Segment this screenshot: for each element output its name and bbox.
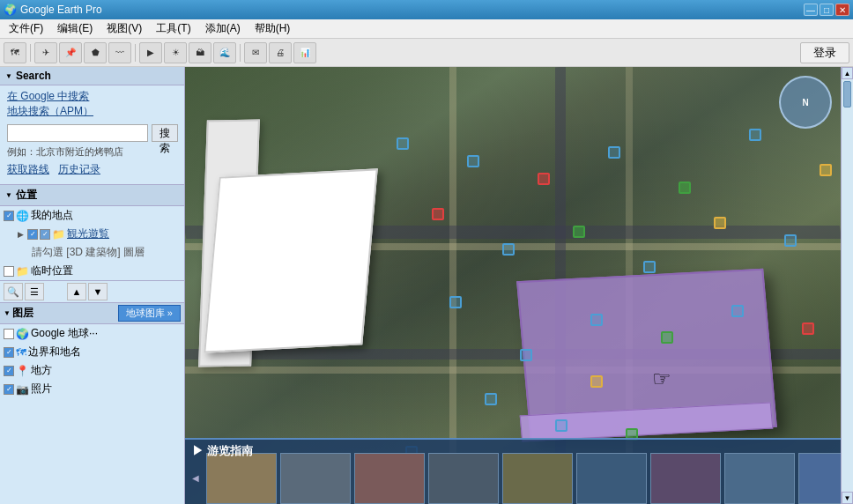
- search-input[interactable]: [7, 124, 148, 142]
- temp-places-item[interactable]: 📁 临时位置: [0, 262, 184, 280]
- compass[interactable]: N: [779, 76, 832, 129]
- tourist-checkbox[interactable]: ✓: [27, 229, 38, 240]
- position-triangle-icon: ▼: [5, 191, 12, 199]
- tour-thumb-2[interactable]: [280, 453, 351, 504]
- search-example: 例如：北京市附近的烤鸭店: [0, 145, 184, 160]
- layer-places-checkbox[interactable]: ✓: [4, 366, 14, 376]
- google-search-link[interactable]: 在 Google 中搜索: [7, 89, 89, 104]
- menu-edit[interactable]: 编辑(E): [52, 19, 98, 38]
- scroll-up-button[interactable]: ▲: [842, 67, 853, 79]
- app-icon: 🌍: [4, 4, 17, 16]
- scroll-thumb[interactable]: [843, 81, 851, 107]
- temp-folder-icon: 📁: [16, 265, 29, 278]
- tour-thumb-6[interactable]: [576, 453, 647, 504]
- up-button[interactable]: ▲: [67, 283, 86, 300]
- layer-places-icon: 📍: [16, 365, 29, 377]
- map-area[interactable]: N ☞ ▶ 游览指南 ◀: [185, 67, 841, 504]
- position-header[interactable]: ▼ 位置: [0, 185, 184, 206]
- position-title: 位置: [16, 188, 37, 203]
- toolbar-chart-icon[interactable]: 📊: [293, 42, 316, 63]
- toolbar-play-icon[interactable]: ▶: [139, 42, 162, 63]
- menu-view[interactable]: 视图(V): [101, 19, 147, 38]
- search-small-button[interactable]: 🔍: [4, 283, 23, 300]
- building-white: [204, 168, 377, 352]
- search-triangle-icon: ▼: [5, 72, 12, 80]
- toolbar-sep1: [30, 44, 31, 62]
- toolbar-email-icon[interactable]: ✉: [244, 42, 267, 63]
- minimize-button[interactable]: —: [804, 4, 818, 16]
- position-section: ▼ 位置 ✓ 🌐 我的地点 ▶ ✓ ✓ 📁 観光遊覧 請勾選 [3D 建築物] …: [0, 185, 184, 281]
- close-button[interactable]: ✕: [835, 4, 849, 16]
- tourist-label: 観光遊覧: [67, 226, 109, 241]
- maximize-button[interactable]: □: [820, 4, 834, 16]
- toolbar-map-icon[interactable]: 🗺: [4, 42, 26, 63]
- tourist-item[interactable]: ▶ ✓ ✓ 📁 観光遊覧: [0, 225, 184, 243]
- layer-photos-icon: 📷: [16, 383, 29, 396]
- tour-arrow-icon[interactable]: ◀: [192, 473, 199, 483]
- search-header[interactable]: ▼ Search: [0, 67, 184, 85]
- tour-thumb-4[interactable]: [428, 453, 499, 504]
- my-places-checkbox[interactable]: ✓: [4, 211, 14, 221]
- get-directions-link[interactable]: 获取路线: [7, 162, 49, 177]
- list-button[interactable]: ☰: [25, 283, 44, 300]
- left-panel: ▼ Search 在 Google 中搜索 地块搜索（APM） 搜索 例如：北京…: [0, 67, 185, 504]
- search-button[interactable]: 搜索: [152, 124, 178, 142]
- toolbar-sun-icon[interactable]: ☀: [164, 42, 187, 63]
- layer-google-checkbox[interactable]: [4, 329, 14, 339]
- toolbar: 🗺 ✈ 📌 ⬟ 〰 ▶ ☀ 🏔 🌊 ✉ 🖨 📊 登录: [0, 39, 853, 67]
- scroll-track[interactable]: [842, 79, 853, 492]
- toolbar-sep2: [135, 44, 136, 62]
- layers-section: ▼ 图层 地球图库 » 🌍 Google 地球··· ✓ 🗺 边界和地名 ✓ 📍: [0, 303, 184, 504]
- layer-hint-text: 請勾選 [3D 建築物] 圖層: [32, 245, 145, 260]
- search-row: 搜索: [0, 121, 184, 145]
- tour-thumb-8[interactable]: [724, 453, 795, 504]
- toolbar-path-icon[interactable]: 〰: [108, 42, 131, 63]
- scroll-down-button[interactable]: ▼: [842, 492, 853, 504]
- layer-borders-label: 边界和地名: [28, 345, 81, 359]
- layer-photos-checkbox[interactable]: ✓: [4, 384, 14, 395]
- tour-thumb-9[interactable]: [798, 453, 841, 504]
- menu-bar: 文件(F) 编辑(E) 视图(V) 工具(T) 添加(A) 帮助(H): [0, 19, 853, 39]
- my-places-label: 我的地点: [31, 208, 73, 223]
- toolbar-polygon-icon[interactable]: ⬟: [84, 42, 107, 63]
- tour-bar: ▶ 游览指南 ◀: [185, 438, 841, 504]
- tour-thumb-5[interactable]: [502, 453, 573, 504]
- gallery-button[interactable]: 地球图库 »: [118, 305, 181, 322]
- layer-globe-icon: 🌍: [16, 328, 29, 340]
- window-controls: — □ ✕: [804, 4, 849, 16]
- menu-help[interactable]: 帮助(H): [249, 19, 296, 38]
- search-section: ▼ Search 在 Google 中搜索 地块搜索（APM） 搜索 例如：北京…: [0, 67, 184, 185]
- apm-search-link[interactable]: 地块搜索（APM）: [7, 104, 93, 119]
- tour-thumb-7[interactable]: [650, 453, 721, 504]
- layer-places[interactable]: ✓ 📍 地方: [0, 361, 184, 380]
- expand-arrow-icon[interactable]: ▶: [18, 230, 24, 239]
- login-button[interactable]: 登录: [800, 42, 849, 63]
- tour-thumb-3[interactable]: [354, 453, 425, 504]
- layer-google-earth[interactable]: 🌍 Google 地球···: [0, 324, 184, 343]
- temp-checkbox[interactable]: [4, 266, 14, 277]
- layer-borders[interactable]: ✓ 🗺 边界和地名: [0, 343, 184, 361]
- my-places-item[interactable]: ✓ 🌐 我的地点: [0, 206, 184, 225]
- layer-photos[interactable]: ✓ 📷 照片: [0, 380, 184, 398]
- layer-places-label: 地方: [31, 363, 52, 378]
- toolbar-terrain-icon[interactable]: 🏔: [189, 42, 211, 63]
- history-link[interactable]: 历史记录: [58, 162, 100, 177]
- toolbar-ocean-icon[interactable]: 🌊: [213, 42, 236, 63]
- tourist-checkbox2[interactable]: ✓: [40, 229, 50, 240]
- menu-file[interactable]: 文件(F): [4, 19, 48, 38]
- search-footer: 获取路线 历史记录: [0, 160, 184, 181]
- tour-thumb-1[interactable]: [206, 453, 277, 504]
- layer-hint-item: 請勾選 [3D 建築物] 圖層: [0, 243, 184, 262]
- layers-title: 图层: [12, 306, 33, 321]
- toolbar-placemark-icon[interactable]: 📌: [59, 42, 82, 63]
- menu-tools[interactable]: 工具(T): [151, 19, 196, 38]
- layer-borders-icon: 🗺: [16, 346, 26, 359]
- down-button[interactable]: ▼: [88, 283, 108, 300]
- layer-photos-label: 照片: [31, 382, 52, 397]
- layer-borders-checkbox[interactable]: ✓: [4, 347, 14, 358]
- menu-add[interactable]: 添加(A): [200, 19, 246, 38]
- globe-icon: 🌐: [16, 210, 29, 222]
- toolbar-fly-icon[interactable]: ✈: [34, 42, 57, 63]
- left-toolbar: 🔍 ☰ ▲ ▼: [0, 281, 184, 303]
- toolbar-print-icon[interactable]: 🖨: [269, 42, 292, 63]
